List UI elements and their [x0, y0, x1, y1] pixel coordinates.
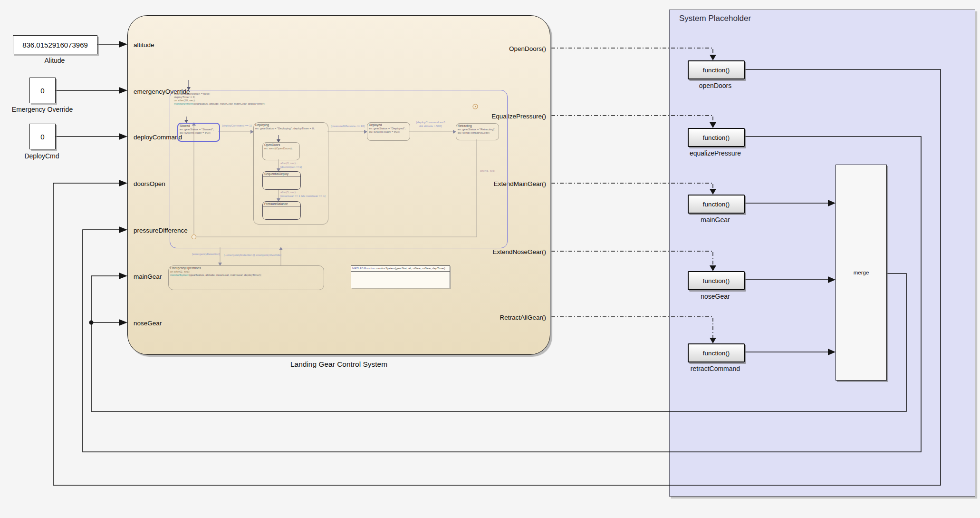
- merge-block[interactable]: merge: [836, 165, 887, 381]
- state-gear-superstate[interactable]: [170, 90, 508, 248]
- constant-altitude-label: Alitude: [45, 57, 65, 64]
- label-deploying-to-deployed: [pressureDifference <= 10]: [331, 125, 365, 128]
- constant-deploycmd[interactable]: 0: [29, 124, 56, 149]
- outport-retract-all-gear[interactable]: RetractAllGear(): [500, 314, 546, 321]
- constant-emergency-value: 0: [40, 87, 44, 95]
- fn-block-nosegear[interactable]: function(): [688, 271, 745, 290]
- label-deployed-to-retracting-2: && altitude > 500]: [419, 125, 442, 128]
- fn-block-opendoors[interactable]: function(): [688, 60, 745, 79]
- state-stowed[interactable]: Stowed en: gearStatus = "Stowed"; du: sy…: [177, 123, 220, 142]
- fn-label-nosegear: noseGear: [701, 293, 730, 300]
- fn-block-maingear[interactable]: function(): [688, 195, 745, 214]
- label-retracting-after: after(5, sec): [480, 169, 495, 173]
- matlab-fn-tag: MATLAB Function: [352, 267, 375, 270]
- constant-deploycmd-value: 0: [40, 133, 44, 141]
- label-deployed-to-retracting-1: [deployCommand == 0 ...: [416, 121, 448, 124]
- stateflow-chart-block[interactable]: altitude emergencyOverride deployCommand…: [127, 15, 550, 355]
- state-retracting[interactable]: Retracting en: gearStatus = "Retracting"…: [456, 123, 499, 140]
- label-doors-after: after(3, sec)...: [280, 162, 298, 165]
- state-open-doors[interactable]: OpenDoors en: send(OpenDoors);: [262, 142, 300, 160]
- state-emergency-operations[interactable]: EmergencyOperations on after(2, sec): mo…: [168, 265, 324, 290]
- label-from-emergency: [~emergencyDetection || emergencyOverrid…: [224, 254, 281, 257]
- constant-emergency-override[interactable]: 0: [29, 78, 56, 103]
- label-to-emergency: [emergencyDetection]: [192, 253, 220, 256]
- event-retractallgear: [551, 317, 713, 338]
- inport-altitude[interactable]: altitude: [134, 41, 154, 49]
- fn-label-equalizepressure: equalizePressure: [690, 149, 741, 157]
- constant-emergency-label: Emergency Override: [12, 106, 73, 113]
- simulink-diagram: System Placeholder: [0, 0, 980, 518]
- label-seq-cond: [noseGear == 1 && mainGear == 1]: [280, 195, 326, 198]
- state-pressure-balance[interactable]: PressureBalance: [262, 201, 301, 220]
- matlab-function-block[interactable]: MATLAB Function monitorSystem(gearStat, …: [351, 265, 450, 288]
- superstate-entry-text: emergencyDetection = false; deployTimer …: [173, 92, 265, 106]
- inport-nose-gear[interactable]: noseGear: [134, 320, 162, 327]
- outport-open-doors[interactable]: OpenDoors(): [509, 45, 546, 52]
- fn-block-retractcommand[interactable]: function(): [688, 343, 745, 362]
- matlab-fn-signature: monitorSystem(gearStat, alt, nGear, mGea…: [375, 267, 445, 270]
- event-opendoors: [551, 48, 713, 55]
- inport-main-gear[interactable]: mainGear: [134, 273, 162, 280]
- constant-deploycmd-label: DeployCmd: [24, 152, 59, 160]
- label-doors-cond: [doorsOpen ==1]: [280, 166, 302, 169]
- fn-label-maingear: mainGear: [701, 216, 730, 224]
- label-stowed-to-deploying: [deployCommand == 1]: [222, 124, 251, 127]
- inport-doors-open[interactable]: doorsOpen: [134, 180, 165, 187]
- outport-extend-nose-gear[interactable]: ExtendNoseGear(): [492, 248, 546, 255]
- fn-block-equalizepressure[interactable]: function(): [688, 128, 745, 147]
- event-equalizepressure: [551, 116, 713, 122]
- state-sequential-deploy[interactable]: SequentialDeploy: [262, 171, 301, 190]
- constant-altitude-value: 836.0152916073969: [22, 41, 88, 49]
- label-seq-after: after(5, sec)...: [280, 191, 298, 194]
- branch-dot: [89, 321, 94, 325]
- fn-label-retractcommand: retractCommand: [691, 365, 740, 372]
- event-extendnosegear: [551, 251, 713, 265]
- fn-label-opendoors: openDoors: [699, 82, 732, 89]
- chart-title: Landing Gear Control System: [290, 360, 387, 369]
- event-extendmaingear: [551, 183, 713, 189]
- state-deployed[interactable]: Deployed en: gearStatus = "Deployed"; du…: [367, 122, 410, 141]
- constant-altitude[interactable]: 836.0152916073969: [13, 35, 97, 54]
